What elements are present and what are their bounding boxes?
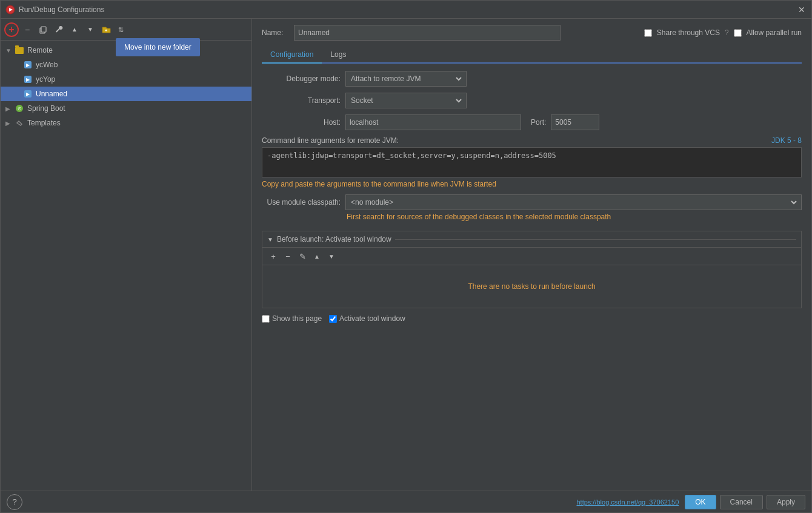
app-icon <box>5 5 15 15</box>
svg-text:▶: ▶ <box>26 77 30 82</box>
before-launch-title: Before launch: Activate tool window <box>277 235 391 243</box>
help-button[interactable]: ? <box>7 494 22 510</box>
config-icon-unnamed: ▶ <box>22 89 33 99</box>
tree-label-remote: Remote <box>27 46 53 55</box>
share-vcs-checkbox[interactable] <box>644 29 652 37</box>
tree-item-ycyop[interactable]: ▶ ycYop <box>1 72 251 87</box>
remove-config-button[interactable]: − <box>20 22 35 37</box>
footer: ? https://blog.csdn.net/qq_37062150 OK C… <box>1 491 811 512</box>
tree-item-ycweb[interactable]: ▶ ycWeb <box>1 58 251 72</box>
right-checkboxes: Share through VCS ? Allow parallel run <box>644 28 802 37</box>
close-button[interactable]: ✕ <box>797 5 807 15</box>
main-content: + − ▲ ▼ + <box>1 19 811 491</box>
svg-text:⊙: ⊙ <box>18 106 22 111</box>
ok-button[interactable]: OK <box>685 495 716 509</box>
bl-edit-button[interactable]: ✎ <box>296 250 308 262</box>
host-port-row: Host: Port: <box>262 114 802 130</box>
transport-select[interactable]: Socket Shared memory <box>348 96 464 105</box>
tree-label-springboot: Spring Boot <box>27 104 65 113</box>
wrench-button[interactable] <box>52 22 66 37</box>
up-button[interactable]: ▲ <box>67 22 82 37</box>
transport-label: Transport: <box>262 96 341 105</box>
svg-rect-3 <box>41 27 46 32</box>
config-icon-ycyop: ▶ <box>22 74 33 84</box>
templates-icon <box>14 118 25 128</box>
module-select[interactable]: <no module> <box>348 197 799 207</box>
tree-label-ycweb: ycWeb <box>36 61 58 69</box>
show-page-checkbox[interactable] <box>262 315 270 323</box>
tree-label-templates: Templates <box>27 119 61 127</box>
config-icon-ycweb: ▶ <box>22 60 33 70</box>
tree-item-templates[interactable]: ▶ Templates <box>1 116 251 130</box>
cmd-section-header: Command line arguments for remote JVM: J… <box>262 136 802 145</box>
right-panel: Name: Share through VCS ? Allow parallel… <box>252 19 811 491</box>
before-launch-content: There are no tasks to run before launch <box>262 265 801 308</box>
before-launch-toolbar: + − ✎ ▲ ▼ <box>262 248 801 265</box>
port-label: Port: <box>531 118 546 127</box>
tab-configuration[interactable]: Configuration <box>262 47 322 64</box>
before-launch-section: ▼ Before launch: Activate tool window + … <box>262 231 802 308</box>
bottom-row: Show this page Activate tool window <box>262 314 802 323</box>
tabs: Configuration Logs <box>262 47 802 64</box>
tooltip-popup: Move into new folder <box>116 38 200 56</box>
down-button[interactable]: ▼ <box>83 22 98 37</box>
copy-config-button[interactable] <box>36 22 50 37</box>
tree-item-unnamed[interactable]: ▶ Unnamed <box>1 87 251 101</box>
cmd-textarea[interactable]: -agentlib:jdwp=transport=dt_socket,serve… <box>262 147 802 177</box>
port-input[interactable] <box>551 114 599 130</box>
expand-arrow-springboot: ▶ <box>5 105 14 112</box>
bl-down-button[interactable]: ▼ <box>325 250 338 262</box>
host-input[interactable] <box>345 114 521 130</box>
sort-button[interactable]: ⇅ <box>115 22 129 37</box>
share-vcs-help-icon[interactable]: ? <box>725 28 729 37</box>
debugger-mode-row: Debugger mode: Attach to remote JVM List… <box>262 71 802 87</box>
tree-area: ▼ Remote ▶ ycWeb <box>1 41 251 491</box>
footer-buttons: OK Cancel Apply <box>685 495 805 509</box>
add-config-button[interactable]: + <box>4 22 19 37</box>
bl-add-button[interactable]: + <box>267 250 279 262</box>
cmd-hint: Copy and paste the arguments to the comm… <box>262 180 802 188</box>
bl-remove-button[interactable]: − <box>282 250 294 262</box>
before-launch-header: ▼ Before launch: Activate tool window <box>262 231 801 248</box>
host-label: Host: <box>262 118 341 127</box>
expand-arrow-remote: ▼ <box>5 47 14 54</box>
tree-label-unnamed: Unnamed <box>36 90 67 98</box>
title-bar: Run/Debug Configurations ✕ <box>1 1 811 19</box>
module-hint: First search for sources of the debugged… <box>347 213 802 221</box>
left-panel: + − ▲ ▼ + <box>1 19 252 491</box>
divider-line <box>395 239 796 240</box>
debugger-mode-select[interactable]: Attach to remote JVM Listen to remote JV… <box>348 74 464 84</box>
cmd-label: Command line arguments for remote JVM: <box>262 136 399 145</box>
name-row: Name: Share through VCS ? Allow parallel… <box>262 25 802 41</box>
springboot-icon: ⊙ <box>14 104 25 113</box>
parallel-run-checkbox[interactable] <box>734 29 742 37</box>
config-form: Debugger mode: Attach to remote JVM List… <box>262 71 802 130</box>
tree-item-springboot[interactable]: ▶ ⊙ Spring Boot <box>1 101 251 116</box>
show-page-label: Show this page <box>262 314 322 323</box>
svg-text:+: + <box>104 28 107 33</box>
expand-arrow-templates: ▶ <box>5 120 14 127</box>
module-row: Use module classpath: <no module> <box>262 194 802 210</box>
transport-row: Transport: Socket Shared memory <box>262 93 802 108</box>
tab-logs[interactable]: Logs <box>322 47 354 64</box>
svg-text:▶: ▶ <box>26 62 30 68</box>
name-label: Name: <box>262 28 289 37</box>
window-title: Run/Debug Configurations <box>19 5 797 14</box>
activate-window-checkbox[interactable] <box>329 315 337 323</box>
apply-button[interactable]: Apply <box>767 495 805 509</box>
footer-url: https://blog.csdn.net/qq_37062150 <box>576 498 679 506</box>
parallel-run-label: Allow parallel run <box>747 28 802 37</box>
bl-up-button[interactable]: ▲ <box>311 250 323 262</box>
jdk-dropdown[interactable]: JDK 5 - 8 <box>771 136 802 145</box>
tooltip-text: Move into new folder <box>124 43 191 51</box>
show-page-text: Show this page <box>272 314 322 323</box>
svg-text:⇅: ⇅ <box>118 26 124 33</box>
svg-text:▶: ▶ <box>26 91 30 97</box>
cancel-button[interactable]: Cancel <box>720 495 763 509</box>
window: Run/Debug Configurations ✕ + − <box>0 0 812 513</box>
name-input[interactable] <box>294 25 561 41</box>
new-folder-button[interactable]: + <box>99 22 113 37</box>
activate-window-label: Activate tool window <box>329 314 405 323</box>
before-launch-arrow[interactable]: ▼ <box>267 236 273 243</box>
debugger-mode-label: Debugger mode: <box>262 74 341 83</box>
